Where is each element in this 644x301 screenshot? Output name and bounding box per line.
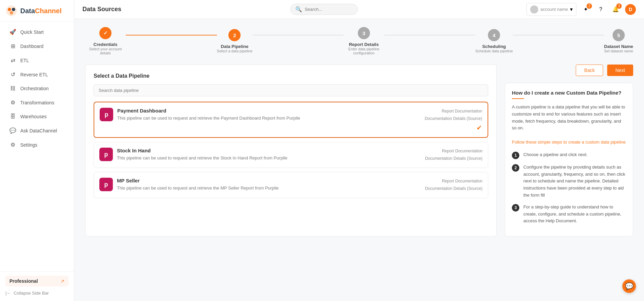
topbar: Data Sources 🔍 account name ▾ ✦ 2 ? 🔔 3 … (74, 0, 644, 19)
reverse-etl-icon: ↺ (9, 71, 16, 78)
action-buttons: Back Next (505, 65, 633, 76)
step-credentials: ✓ Credentials Select your account detail… (85, 27, 126, 55)
pipeline-desc-stock-in-hand: This pipeline can be used to request and… (117, 155, 421, 161)
sidebar: DataChannel 🚀 Quick Start ⊞ Dashboard ⇄ … (0, 0, 74, 301)
sidebar-label-orchestration: Orchestration (20, 86, 49, 91)
logo-area: DataChannel (0, 0, 74, 22)
left-panel: Select a Data Pipeline p Payment Dashboa… (85, 65, 497, 236)
etl-icon: ⇄ (9, 57, 16, 64)
search-pipeline-input[interactable] (94, 84, 488, 96)
sidebar-item-orchestration[interactable]: ⛓ Orchestration (3, 82, 71, 95)
help-step-text-1: Choose a pipeline and click next. (523, 151, 588, 158)
search-input[interactable] (305, 7, 353, 12)
svg-point-2 (12, 8, 15, 11)
check-icon-0: ✔ (425, 124, 482, 132)
sidebar-label-etl: ETL (20, 58, 29, 63)
back-button[interactable]: Back (576, 65, 603, 76)
help-step-2: 2 Configure the pipeline by providing de… (512, 164, 626, 199)
help-steps: 1 Choose a pipeline and click next. 2 Co… (512, 151, 626, 225)
ask-icon: 💬 (9, 127, 16, 134)
main-content: Data Sources 🔍 account name ▾ ✦ 2 ? 🔔 3 … (74, 0, 644, 301)
account-name: account name (540, 7, 568, 12)
step-sublabel-2: Select a data pipeline (217, 49, 252, 53)
panel-container: Select a Data Pipeline p Payment Dashboa… (85, 65, 633, 236)
pipeline-info-stock-in-hand: Stock In Hand This pipeline can be used … (117, 148, 421, 161)
next-button[interactable]: Next (607, 65, 633, 76)
step-circle-4: 4 (488, 29, 500, 41)
help-section: How do I create a new Custom Data Pipeli… (505, 83, 633, 236)
collapse-label: Collapse Side Bar (14, 291, 49, 296)
chat-bubble-button[interactable]: 💬 (622, 279, 636, 293)
step-line-4 (513, 35, 604, 35)
search-box[interactable]: 🔍 (290, 4, 358, 15)
pipeline-name-payment-dashboard: Payment Dashboard (117, 108, 421, 114)
svg-point-3 (10, 11, 13, 15)
external-link-icon: ↗ (60, 278, 65, 284)
stars-button[interactable]: ✦ 2 (580, 4, 591, 15)
sidebar-label-quick-start: Quick Start (20, 29, 44, 35)
help-step-num-1: 1 (512, 152, 519, 159)
sidebar-item-quick-start[interactable]: 🚀 Quick Start (3, 25, 71, 39)
notifications-badge: 3 (616, 3, 622, 9)
step-circle-2: 2 (228, 29, 241, 41)
notifications-button[interactable]: 🔔 3 (610, 4, 621, 15)
doc-details-link-1[interactable]: Documentation Details (Source) (425, 155, 482, 162)
step-data-pipeline: 2 Data Pipeline Select a data pipeline (217, 29, 252, 53)
user-avatar[interactable]: D (625, 4, 636, 15)
help-icon: ? (599, 6, 602, 12)
doc-details-link-2[interactable]: Documentation Details (Source) (425, 185, 482, 193)
sidebar-item-warehouses[interactable]: 🗄 Warehouses (3, 110, 71, 123)
pipeline-card-mp-seller[interactable]: p MP Seller This pipeline can be used to… (94, 172, 488, 198)
report-doc-link-1[interactable]: Report Documentation (425, 148, 482, 155)
sidebar-bottom: Professional ↗ |← Collapse Side Bar (0, 271, 74, 301)
help-title: How do I create a new Custom Data Pipeli… (512, 90, 626, 96)
professional-badge[interactable]: Professional ↗ (5, 276, 69, 286)
step-label-5: Dataset Name (604, 44, 633, 49)
help-intro: A custom pipeline is a data pipeline tha… (512, 104, 626, 146)
sidebar-item-reverse-etl[interactable]: ↺ Reverse ETL (3, 68, 71, 81)
select-pipeline-title: Select a Data Pipeline (94, 73, 488, 79)
warehouses-icon: 🗄 (9, 114, 16, 120)
help-button[interactable]: ? (595, 4, 606, 15)
professional-label: Professional (9, 278, 38, 284)
pipeline-card-payment-dashboard[interactable]: p Payment Dashboard This pipeline can be… (94, 102, 488, 138)
pipeline-links-mp-seller: Report Documentation Documentation Detai… (425, 178, 482, 192)
step-line-1 (126, 35, 217, 35)
stars-badge: 2 (587, 3, 592, 9)
report-doc-link-2[interactable]: Report Documentation (425, 178, 482, 185)
pipeline-name-mp-seller: MP Seller (117, 178, 421, 183)
step-sublabel-1: Select your account details (85, 47, 126, 55)
topbar-right: account name ▾ ✦ 2 ? 🔔 3 D (526, 3, 636, 16)
help-step-1: 1 Choose a pipeline and click next. (512, 151, 626, 159)
pipeline-card-stock-in-hand[interactable]: p Stock In Hand This pipeline can be use… (94, 142, 488, 168)
svg-point-0 (6, 5, 17, 16)
transformations-icon: ⚙ (9, 99, 16, 106)
report-doc-link-0[interactable]: Report Documentation (425, 108, 482, 115)
pipeline-card-header-3: p MP Seller This pipeline can be used to… (99, 178, 482, 192)
sidebar-label-ask-datachannel: Ask DataChannel (20, 128, 57, 133)
help-step-text-2: Configure the pipeline by providing deta… (523, 164, 626, 199)
sidebar-label-reverse-etl: Reverse ETL (20, 72, 48, 77)
dropdown-icon: ▾ (570, 6, 573, 12)
sidebar-label-settings: Settings (20, 142, 38, 148)
sidebar-item-etl[interactable]: ⇄ ETL (3, 53, 71, 67)
step-label-3: Report Details (349, 42, 379, 47)
step-sublabel-4: Schedule data pipeline (475, 49, 513, 53)
account-selector[interactable]: account name ▾ (526, 3, 576, 16)
stepper: ✓ Credentials Select your account detail… (85, 27, 633, 55)
nav-items: 🚀 Quick Start ⊞ Dashboard ⇄ ETL ↺ Revers… (0, 22, 74, 271)
pipeline-info-payment-dashboard: Payment Dashboard This pipeline can be u… (117, 108, 421, 122)
doc-details-link-0[interactable]: Documentation Details (Source) (425, 115, 482, 123)
collapse-sidebar-button[interactable]: |← Collapse Side Bar (5, 289, 69, 297)
collapse-icon: |← (5, 291, 11, 296)
sidebar-item-transformations[interactable]: ⚙ Transformations (3, 96, 71, 109)
pipeline-desc-payment-dashboard: This pipeline can be used to request and… (117, 115, 421, 122)
sidebar-label-warehouses: Warehouses (20, 114, 47, 119)
sidebar-item-ask-datachannel[interactable]: 💬 Ask DataChannel (3, 124, 71, 137)
sidebar-item-dashboard[interactable]: ⊞ Dashboard (3, 39, 71, 53)
sidebar-item-settings[interactable]: ⚙ Settings (3, 138, 71, 152)
step-circle-3: 3 (358, 27, 370, 39)
step-scheduling: 4 Scheduling Schedule data pipeline (475, 29, 513, 53)
right-panel: Back Next How do I create a new Custom D… (505, 65, 633, 236)
help-follow-text: Follow these simple steps to create a cu… (512, 140, 626, 145)
